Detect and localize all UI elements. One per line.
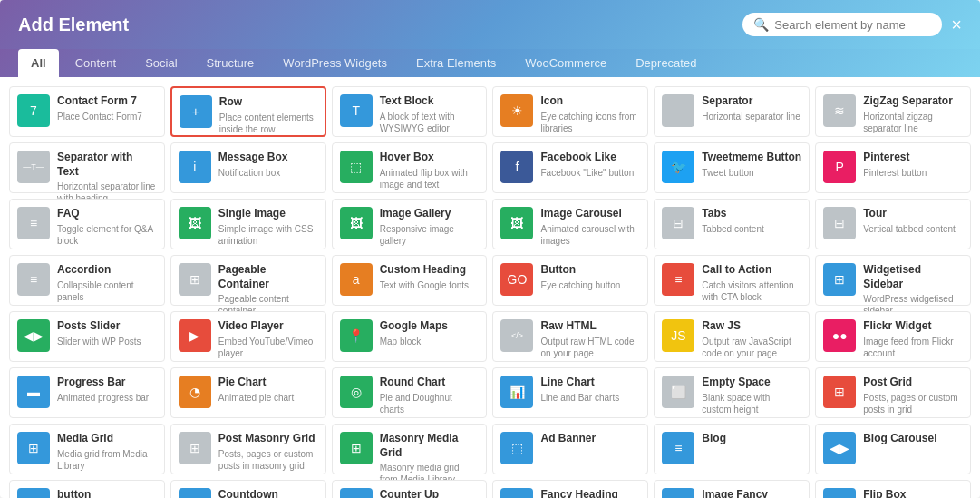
element-name-row: Row xyxy=(219,95,317,110)
tab-all[interactable]: All xyxy=(18,49,59,77)
element-text-flip-box: Flip Box xyxy=(863,488,963,498)
element-text-google-maps: Google MapsMap block xyxy=(380,319,480,347)
element-item-empty-space[interactable]: ⬜Empty SpaceBlank space with custom heig… xyxy=(654,367,810,418)
element-item-faq[interactable]: ≡FAQToggle element for Q&A block xyxy=(9,199,165,249)
tab-deprecated[interactable]: Deprecated xyxy=(623,49,709,77)
element-item-image-carousel[interactable]: 🖼Image CarouselAnimated carousel with im… xyxy=(492,199,648,249)
element-item-ad-banner[interactable]: ⬚Ad Banner xyxy=(492,424,648,474)
element-item-button[interactable]: GOButtonEye catching button xyxy=(492,255,648,306)
element-icon-image-carousel: 🖼 xyxy=(500,207,533,239)
element-name-image-fancy: Image Fancy xyxy=(702,488,801,498)
element-icon-empty-space: ⬜ xyxy=(662,376,694,408)
element-item-post-grid[interactable]: ⊞Post GridPosts, pages or custom posts i… xyxy=(815,367,971,418)
element-item-image-gallery[interactable]: 🖼Image GalleryResponsive image gallery xyxy=(332,199,488,249)
element-icon-faq: ≡ xyxy=(17,207,50,239)
element-text-fancy-heading: Fancy Heading xyxy=(540,488,640,498)
element-text-counter-up: Counter Up xyxy=(380,488,480,498)
element-desc-raw-js: Output raw JavaScript code on your page xyxy=(702,336,801,359)
element-text-raw-js: Raw JSOutput raw JavaScript code on your… xyxy=(702,319,801,359)
element-item-accordion[interactable]: ≡AccordionCollapsible content panels xyxy=(9,255,165,306)
element-item-pinterest[interactable]: PPinterestPinterest button xyxy=(815,142,971,193)
element-item-raw-js[interactable]: JSRaw JSOutput raw JavaScript code on yo… xyxy=(654,311,810,362)
element-icon-blog: ≡ xyxy=(662,432,694,464)
element-item-masonry-media-grid[interactable]: ⊞Masonry Media GridMasonry media grid fr… xyxy=(332,424,488,474)
element-item-row[interactable]: +RowPlace content elements inside the ro… xyxy=(170,86,326,137)
element-item-hover-box[interactable]: ⬚Hover BoxAnimated flip box with image a… xyxy=(332,142,488,193)
element-desc-pinterest: Pinterest button xyxy=(863,167,963,179)
element-item-icon[interactable]: ☀IconEye catching icons from libraries xyxy=(492,86,648,137)
element-item-separator-with-text[interactable]: —T—Separator with TextHorizontal separat… xyxy=(9,142,165,193)
element-item-message-box[interactable]: iMessage BoxNotification box xyxy=(170,142,326,193)
element-item-media-grid[interactable]: ⊞Media GridMedia grid from Media Library xyxy=(9,424,165,474)
element-item-tabs[interactable]: ⊟TabsTabbed content xyxy=(654,199,810,249)
element-item-custom-heading[interactable]: aCustom HeadingText with Google fonts xyxy=(332,255,488,306)
element-item-fancy-heading[interactable]: TFancy Heading xyxy=(492,480,648,498)
tab-extra-elements[interactable]: Extra Elements xyxy=(403,49,509,77)
element-item-flickr-widget[interactable]: ●●Flickr WidgetImage feed from Flickr ac… xyxy=(815,311,971,362)
element-desc-flickr-widget: Image feed from Flickr account xyxy=(863,336,963,359)
element-icon-separator: — xyxy=(662,94,694,127)
element-text-row: RowPlace content elements inside the row xyxy=(219,95,317,135)
element-item-contact-form-7[interactable]: 7Contact Form 7Place Contact Form7 xyxy=(9,86,165,137)
tab-woocommerce[interactable]: WooCommerce xyxy=(512,49,619,77)
element-item-text-block[interactable]: TText BlockA block of text with WYSIWYG … xyxy=(332,86,488,137)
tab-structure[interactable]: Structure xyxy=(194,49,267,77)
close-button[interactable]: × xyxy=(951,15,962,34)
element-name-posts-slider: Posts Slider xyxy=(57,319,157,334)
element-name-media-grid: Media Grid xyxy=(57,432,157,446)
element-desc-media-grid: Media grid from Media Library xyxy=(57,448,157,472)
element-text-blog-carousel: Blog Carousel xyxy=(863,432,963,448)
element-text-separator: SeparatorHorizontal separator line xyxy=(702,94,801,122)
element-item-single-image[interactable]: 🖼Single ImageSimple image with CSS anima… xyxy=(170,199,326,249)
element-name-empty-space: Empty Space xyxy=(702,376,801,390)
element-item-tweetmeme-button[interactable]: 🐦Tweetmeme ButtonTweet button xyxy=(654,142,810,193)
element-name-blog: Blog xyxy=(702,432,801,446)
element-icon-custom-heading: a xyxy=(340,263,373,296)
tab-wordpress-widgets[interactable]: WordPress Widgets xyxy=(270,49,400,77)
element-item-call-to-action[interactable]: ≡Call to ActionCatch visitors attention … xyxy=(654,255,810,306)
element-text-image-carousel: Image CarouselAnimated carousel with ima… xyxy=(540,207,640,247)
element-item-line-chart[interactable]: 📊Line ChartLine and Bar charts xyxy=(492,367,648,418)
element-text-image-fancy: Image Fancy xyxy=(702,488,801,498)
element-item-round-chart[interactable]: ◎Round ChartPie and Doughnut charts xyxy=(332,367,488,418)
element-item-separator[interactable]: —SeparatorHorizontal separator line xyxy=(654,86,810,137)
tab-social[interactable]: Social xyxy=(132,49,189,77)
element-item-zigzag-separator[interactable]: ≋ZigZag SeparatorHorizontal zigzag separ… xyxy=(815,86,971,137)
element-item-facebook-like[interactable]: fFacebook LikeFacebook "Like" button xyxy=(492,142,648,193)
element-icon-video-player: ▶ xyxy=(179,319,211,352)
element-icon-button: GO xyxy=(500,263,533,296)
element-text-line-chart: Line ChartLine and Bar charts xyxy=(540,376,640,404)
element-item-image-fancy[interactable]: 🖼Image Fancy xyxy=(654,480,810,498)
element-item-flip-box[interactable]: ⬚Flip Box xyxy=(815,480,971,498)
element-name-faq: FAQ xyxy=(57,207,157,221)
element-text-message-box: Message BoxNotification box xyxy=(218,151,318,179)
element-item-counter-up[interactable]: ⬆Counter Up xyxy=(332,480,488,498)
element-item-progress-bar[interactable]: ▬Progress BarAnimated progress bar xyxy=(9,367,165,418)
element-name-masonry-media-grid: Masonry Media Grid xyxy=(380,432,480,460)
element-item-blog-carousel[interactable]: ◀▶Blog Carousel xyxy=(815,424,971,474)
element-name-round-chart: Round Chart xyxy=(380,376,480,390)
element-item-video-player[interactable]: ▶Video PlayerEmbed YouTube/Vimeo player xyxy=(170,311,326,362)
element-item-google-maps[interactable]: 📍Google MapsMap block xyxy=(332,311,488,362)
element-desc-posts-slider: Slider with WP Posts xyxy=(57,336,157,347)
element-icon-message-box: i xyxy=(179,151,211,183)
element-text-post-grid: Post GridPosts, pages or custom posts in… xyxy=(863,376,963,415)
search-box[interactable]: 🔍 xyxy=(742,13,942,36)
tab-content[interactable]: Content xyxy=(63,49,130,77)
element-item-blog[interactable]: ≡Blog xyxy=(654,424,810,474)
element-item-raw-html[interactable]: </>Raw HTMLOutput raw HTML code on your … xyxy=(492,311,648,362)
element-item-pageable-container[interactable]: ⊞Pageable ContainerPageable content cont… xyxy=(170,255,326,306)
element-item-widgetised-sidebar[interactable]: ⊞Widgetised SidebarWordPress widgetised … xyxy=(815,255,971,306)
element-name-separator: Separator xyxy=(702,94,801,109)
element-item-posts-slider[interactable]: ◀▶Posts SliderSlider with WP Posts xyxy=(9,311,165,362)
element-text-faq: FAQToggle element for Q&A block xyxy=(57,207,157,247)
search-input[interactable] xyxy=(774,18,931,32)
element-item-post-masonry-grid[interactable]: ⊞Post Masonry GridPosts, pages or custom… xyxy=(170,424,326,474)
element-item-countdown[interactable]: ⧖Countdown xyxy=(170,480,326,498)
element-text-posts-slider: Posts SliderSlider with WP Posts xyxy=(57,319,157,347)
element-item-pie-chart[interactable]: ◔Pie ChartAnimated pie chart xyxy=(170,367,326,418)
element-text-tabs: TabsTabbed content xyxy=(702,207,801,235)
element-name-hover-box: Hover Box xyxy=(380,151,480,165)
element-item-minus-button[interactable]: −button xyxy=(9,480,165,498)
element-item-tour[interactable]: ⊟TourVertical tabbed content xyxy=(815,199,971,249)
